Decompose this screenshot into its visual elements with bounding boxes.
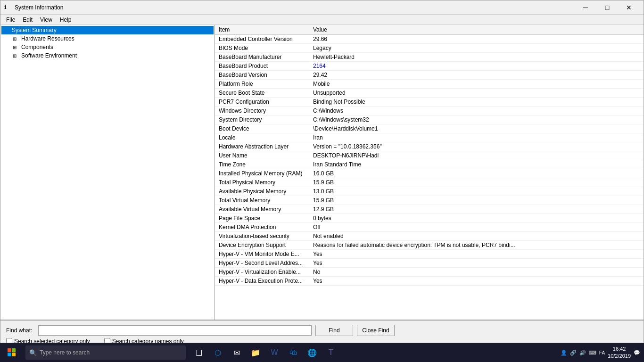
menu-view[interactable]: View bbox=[36, 16, 56, 24]
main-content: System Summary ⊞ Hardware Resources ⊞ Co… bbox=[0, 25, 644, 320]
language-indicator: FA bbox=[599, 350, 605, 355]
col-header-value: Value bbox=[309, 25, 644, 35]
table-cell-value: Unsupported bbox=[309, 89, 644, 98]
word-icon[interactable]: W bbox=[265, 343, 284, 362]
find-label: Find what: bbox=[6, 327, 34, 334]
table-cell-value: 29.42 bbox=[309, 71, 644, 80]
table-row: Windows DirectoryC:\Windows bbox=[215, 107, 644, 115]
table-cell-item: Secure Boot State bbox=[215, 89, 309, 98]
find-input[interactable] bbox=[38, 325, 312, 336]
checkbox-selected-category-label: Search selected category only bbox=[14, 338, 90, 344]
edge-icon[interactable]: ⬡ bbox=[208, 343, 227, 362]
tree-item-hardware-resources[interactable]: ⊞ Hardware Resources bbox=[1, 34, 214, 43]
table-row: Hyper-V - Virtualization Enable...No bbox=[215, 268, 644, 277]
checkbox-category-names[interactable]: Search category names only bbox=[104, 338, 184, 344]
tree-item-software-environment[interactable]: ⊞ Software Environment bbox=[1, 51, 214, 60]
table-row: LocaleIran bbox=[215, 133, 644, 142]
window-controls: ─ □ ✕ bbox=[575, 0, 640, 15]
close-find-button[interactable]: Close Find bbox=[357, 325, 395, 336]
tree-panel: System Summary ⊞ Hardware Resources ⊞ Co… bbox=[0, 25, 215, 320]
store-icon[interactable]: 🛍 bbox=[284, 343, 303, 362]
table-cell-value: 15.9 GB bbox=[309, 196, 644, 205]
taskbar-icons: ❑ ⬡ ✉ 📁 W 🛍 🌐 T bbox=[190, 343, 340, 362]
mail-icon[interactable]: ✉ bbox=[227, 343, 246, 362]
table-cell-value: 13.0 GB bbox=[309, 187, 644, 196]
expand-icon-software: ⊞ bbox=[13, 53, 19, 58]
table-cell-item: System Directory bbox=[215, 115, 309, 124]
title-bar: ℹ System Information ─ □ ✕ bbox=[0, 0, 644, 15]
table-cell-value: C:\Windows bbox=[309, 107, 644, 115]
table-cell-value: Mobile bbox=[309, 80, 644, 89]
expand-icon-hardware: ⊞ bbox=[13, 36, 19, 41]
table-cell-item: BaseBoard Version bbox=[215, 71, 309, 80]
search-icon: 🔍 bbox=[29, 349, 37, 356]
table-cell-value: Legacy bbox=[309, 44, 644, 53]
table-cell-item: Hyper-V - Data Execution Prote... bbox=[215, 277, 309, 286]
table-row: Embedded Controller Version29.66 bbox=[215, 35, 644, 44]
checkbox-category-names-label: Search category names only bbox=[112, 338, 184, 344]
table-cell-item: BaseBoard Manufacturer bbox=[215, 53, 309, 62]
table-cell-value: DESKTOP-N6JIRNP\Hadi bbox=[309, 151, 644, 160]
table-row: Installed Physical Memory (RAM)16.0 GB bbox=[215, 169, 644, 178]
table-cell-item: Total Physical Memory bbox=[215, 178, 309, 187]
table-cell-value: Iran bbox=[309, 133, 644, 142]
svg-rect-1 bbox=[12, 348, 16, 352]
minimize-button[interactable]: ─ bbox=[575, 0, 596, 15]
table-cell-value: Off bbox=[309, 223, 644, 232]
task-view-button[interactable]: ❑ bbox=[190, 343, 208, 362]
tree-item-system-summary[interactable]: System Summary bbox=[1, 26, 214, 34]
tree-label-hardware-resources: Hardware Resources bbox=[21, 35, 74, 42]
menu-edit[interactable]: Edit bbox=[19, 16, 36, 24]
table-cell-value: Iran Standard Time bbox=[309, 160, 644, 169]
data-panel: Item Value Embedded Controller Version29… bbox=[215, 25, 644, 320]
table-cell-value: 12.9 GB bbox=[309, 205, 644, 214]
table-row: Available Physical Memory13.0 GB bbox=[215, 187, 644, 196]
table-cell-value: No bbox=[309, 268, 644, 277]
find-button[interactable]: Find bbox=[315, 325, 353, 336]
tree-label-components: Components bbox=[21, 44, 53, 50]
file-explorer-icon[interactable]: 📁 bbox=[246, 343, 265, 362]
table-cell-value: \Device\HarddiskVolume1 bbox=[309, 124, 644, 133]
checkbox-selected-category[interactable]: Search selected category only bbox=[6, 338, 90, 344]
tree-item-components[interactable]: ⊞ Components bbox=[1, 43, 214, 51]
table-cell-value: 15.9 GB bbox=[309, 178, 644, 187]
table-cell-item: User Name bbox=[215, 151, 309, 160]
start-button[interactable] bbox=[0, 343, 24, 362]
network-icon: 🔗 bbox=[570, 350, 577, 356]
table-row: Hyper-V - VM Monitor Mode E...Yes bbox=[215, 250, 644, 259]
table-cell-value: 2164 bbox=[309, 62, 644, 71]
table-cell-item: BaseBoard Product bbox=[215, 62, 309, 71]
checkbox-selected-category-input[interactable] bbox=[6, 338, 12, 343]
table-row: Secure Boot StateUnsupported bbox=[215, 89, 644, 98]
keyboard-icon: ⌨ bbox=[589, 350, 596, 356]
find-bar: Find what: Find Close Find Search select… bbox=[0, 320, 644, 343]
table-cell-item: Hyper-V - Virtualization Enable... bbox=[215, 268, 309, 277]
clock-date: 10/2/2019 bbox=[608, 353, 631, 360]
taskbar-clock[interactable]: 16:42 10/2/2019 bbox=[608, 346, 631, 360]
table-cell-item: BIOS Mode bbox=[215, 44, 309, 53]
table-cell-value: Not enabled bbox=[309, 232, 644, 241]
table-row: PCR7 ConfigurationBinding Not Possible bbox=[215, 98, 644, 107]
table-cell-item: PCR7 Configuration bbox=[215, 98, 309, 107]
table-cell-item: Windows Directory bbox=[215, 107, 309, 115]
table-row: Total Physical Memory15.9 GB bbox=[215, 178, 644, 187]
menu-help[interactable]: Help bbox=[56, 16, 75, 24]
table-row: System DirectoryC:\Windows\system32 bbox=[215, 115, 644, 124]
teams-icon[interactable]: T bbox=[322, 343, 340, 362]
table-row: User NameDESKTOP-N6JIRNP\Hadi bbox=[215, 151, 644, 160]
maximize-button[interactable]: □ bbox=[596, 0, 618, 15]
table-cell-item: Page File Space bbox=[215, 214, 309, 223]
taskbar-search-placeholder: Type here to search bbox=[40, 349, 90, 356]
table-cell-item: Hardware Abstraction Layer bbox=[215, 142, 309, 151]
table-cell-item: Virtualization-based security bbox=[215, 232, 309, 241]
menu-file[interactable]: File bbox=[2, 16, 19, 24]
notification-icon: 💬 bbox=[634, 350, 640, 356]
find-row-input: Find what: Find Close Find bbox=[6, 325, 638, 336]
table-cell-item: Available Physical Memory bbox=[215, 187, 309, 196]
table-cell-item: Kernel DMA Protection bbox=[215, 223, 309, 232]
chrome-icon[interactable]: 🌐 bbox=[303, 343, 322, 362]
taskbar-search-box[interactable]: 🔍 Type here to search bbox=[25, 346, 186, 360]
table-cell-item: Platform Role bbox=[215, 80, 309, 89]
close-button[interactable]: ✕ bbox=[618, 0, 640, 15]
checkbox-category-names-input[interactable] bbox=[104, 338, 110, 343]
